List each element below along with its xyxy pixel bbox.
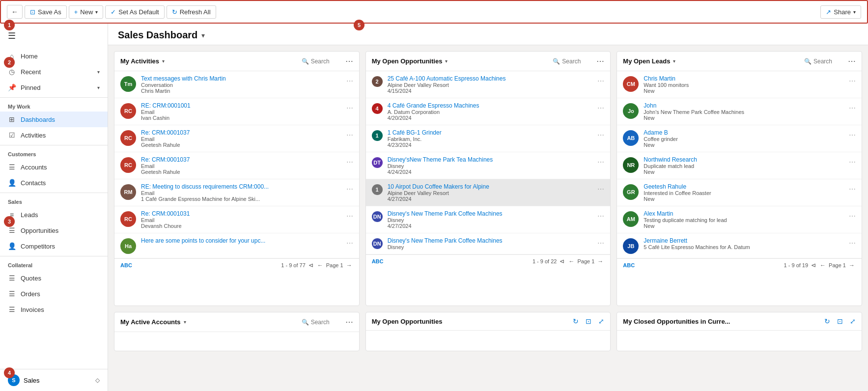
item-more-icon[interactable]: ⋯ (597, 104, 604, 112)
opp-search[interactable]: 🔍 (553, 58, 591, 65)
sidebar-item-activities[interactable]: ☑ Activities (0, 127, 108, 143)
sidebar-item-contacts[interactable]: 👤 Contacts (0, 175, 108, 191)
sidebar-item-invoices[interactable]: ☰ Invoices (0, 302, 108, 317)
export-icon[interactable]: ⊡ (837, 317, 843, 325)
lead-item-1[interactable]: CM Chris Martin Want 100 monitors New ⋯ (617, 71, 862, 98)
leads-more-icon[interactable]: ⋯ (848, 56, 856, 66)
my-activities-chevron-icon[interactable]: ▾ (162, 58, 165, 64)
item-more-icon[interactable]: ⋯ (849, 77, 856, 85)
activity-item-6[interactable]: RC Re: CRM:0001031 Email Devansh Choure … (114, 206, 359, 233)
item-more-icon[interactable]: ⋯ (849, 212, 856, 220)
leads-search[interactable]: 🔍 (804, 58, 843, 65)
sidebar-bottom-area[interactable]: S Sales ◇ (0, 369, 108, 391)
item-more-icon[interactable]: ⋯ (849, 239, 856, 247)
title-chevron-icon[interactable]: ▾ (201, 31, 205, 39)
opp-item-5[interactable]: 1 10 Airpot Duo Coffee Makers for Alpine… (366, 179, 611, 206)
item-more-icon[interactable]: ⋯ (597, 239, 604, 247)
my-activities-more-icon[interactable]: ⋯ (345, 56, 353, 66)
pager-first-button[interactable]: ⊲ (559, 258, 565, 265)
abc-link[interactable]: ABC (623, 262, 635, 268)
item-more-icon[interactable]: ⋯ (597, 212, 604, 220)
sidebar-item-recent[interactable]: ◷ Recent ▾ (0, 64, 108, 80)
sidebar-item-quotes[interactable]: ☰ Quotes (0, 270, 108, 286)
opp-item-4[interactable]: DT Disney'sNew Theme Park Tea Machines D… (366, 152, 611, 179)
sidebar-item-pinned[interactable]: 📌 Pinned ▾ (0, 80, 108, 95)
share-button[interactable]: ↗ Share ▾ (820, 5, 861, 19)
item-more-icon[interactable]: ⋯ (849, 131, 856, 139)
item-more-icon[interactable]: ⋯ (346, 185, 353, 193)
pager-prev-button[interactable]: ← (316, 262, 324, 269)
item-more-icon[interactable]: ⋯ (346, 77, 353, 85)
lead-item-5[interactable]: GR Geetesh Rahule Interested in Coffee R… (617, 179, 862, 206)
lead-item-7[interactable]: JB Jermaine Berrett 5 Café Lite Espresso… (617, 233, 862, 258)
pager: 1 - 9 of 22 ⊲ ← Page 1 → (532, 258, 604, 265)
pager-next-button[interactable]: → (848, 262, 856, 269)
item-more-icon[interactable]: ⋯ (597, 158, 604, 166)
opp-chevron-icon[interactable]: ▾ (445, 58, 448, 64)
opp-item-3[interactable]: 1 1 Café BG-1 Grinder Fabrikam, Inc. 4/2… (366, 125, 611, 152)
item-more-icon[interactable]: ⋯ (597, 77, 604, 85)
pager-first-button[interactable]: ⊲ (810, 262, 817, 269)
lead-item-2[interactable]: Jo John John's New Theme Park Coffee Mac… (617, 98, 862, 125)
pager-first-button[interactable]: ⊲ (308, 262, 314, 269)
pager-prev-button[interactable]: ← (819, 262, 827, 269)
active-accounts-search-input[interactable] (311, 319, 340, 326)
lead-item-4[interactable]: NR Northwind Research Duplicate match le… (617, 152, 862, 179)
refresh-icon[interactable]: ↻ (824, 317, 830, 325)
expand-icon[interactable]: ⤢ (598, 317, 604, 325)
export-icon[interactable]: ⊡ (586, 317, 591, 325)
opp-item-1[interactable]: 2 25 Café A-100 Automatic Espresso Machi… (366, 71, 611, 98)
sidebar-item-competitors[interactable]: 👤 Competitors (0, 238, 108, 254)
pager-prev-button[interactable]: ← (567, 258, 575, 265)
active-accounts-search[interactable]: 🔍 (302, 319, 340, 326)
item-more-icon[interactable]: ⋯ (849, 158, 856, 166)
opp-item-2[interactable]: 4 4 Café Grande Espresso Machines A. Dat… (366, 98, 611, 125)
sidebar-item-orders[interactable]: ☰ Orders (0, 286, 108, 302)
item-more-icon[interactable]: ⋯ (849, 185, 856, 193)
sidebar-item-dashboards[interactable]: ⊞ Dashboards (0, 112, 108, 127)
sidebar-item-home[interactable]: ⌂ Home (0, 48, 108, 64)
opp-item-7[interactable]: DN Disney's New Theme Park Coffee Machin… (366, 233, 611, 254)
activity-item-3[interactable]: RC Re: CRM:0001037 Email Geetesh Rahule … (114, 125, 359, 152)
pager-next-button[interactable]: → (345, 262, 353, 269)
sidebar-item-opportunities[interactable]: ☰ Opportunities (0, 223, 108, 238)
item-more-icon[interactable]: ⋯ (597, 185, 604, 193)
my-activities-search-input[interactable] (311, 58, 340, 65)
pager-next-button[interactable]: → (596, 258, 604, 265)
activity-item-5[interactable]: RM RE: Meeting to discuss requirements C… (114, 179, 359, 206)
item-more-icon[interactable]: ⋯ (346, 104, 353, 112)
sidebar-item-accounts[interactable]: ☰ Accounts (0, 159, 108, 175)
activity-item-2[interactable]: RC RE: CRM:0001001 Email Ivan Cashin ⋯ (114, 98, 359, 125)
active-accounts-more-icon[interactable]: ⋯ (345, 317, 353, 327)
active-accounts-chevron-icon[interactable]: ▾ (184, 319, 186, 325)
activity-item-7[interactable]: Ha Here are some points to consider for … (114, 233, 359, 258)
my-activities-search[interactable]: 🔍 (302, 58, 340, 65)
item-sub2: New (644, 115, 844, 121)
abc-link[interactable]: ABC (120, 262, 132, 268)
activity-item-4[interactable]: RC Re: CRM:0001037 Email Geetesh Rahule … (114, 152, 359, 179)
hamburger-button[interactable]: ☰ (0, 24, 108, 48)
set-as-default-button[interactable]: ✓ Set As Default (105, 5, 164, 19)
item-more-icon[interactable]: ⋯ (849, 104, 856, 112)
refresh-icon[interactable]: ↻ (573, 317, 579, 325)
refresh-all-button[interactable]: ↻ Refresh All (167, 5, 216, 19)
item-more-icon[interactable]: ⋯ (597, 131, 604, 139)
back-button[interactable]: ← (7, 5, 23, 19)
opp-more-icon[interactable]: ⋯ (596, 56, 604, 66)
leads-search-input[interactable] (813, 58, 843, 65)
new-button[interactable]: + New ▾ (69, 5, 104, 19)
item-more-icon[interactable]: ⋯ (346, 158, 353, 166)
abc-link[interactable]: ABC (372, 258, 384, 264)
item-more-icon[interactable]: ⋯ (346, 239, 353, 247)
sidebar-item-leads[interactable]: ≡ Leads (0, 207, 108, 223)
save-as-button[interactable]: ⊡ Save As (25, 5, 67, 19)
opp-search-input[interactable] (562, 58, 591, 65)
opp-item-6[interactable]: DN Disney's New Theme Park Coffee Machin… (366, 206, 611, 233)
activity-item-1[interactable]: Tm Text messages with Chris Martin Conve… (114, 71, 359, 98)
item-more-icon[interactable]: ⋯ (346, 131, 353, 139)
leads-chevron-icon[interactable]: ▾ (673, 58, 675, 64)
expand-icon[interactable]: ⤢ (850, 317, 856, 325)
item-more-icon[interactable]: ⋯ (346, 212, 353, 220)
lead-item-6[interactable]: AM Alex Martin Testing duplicate matchin… (617, 206, 862, 233)
lead-item-3[interactable]: AB Adame B Coffee grinder New ⋯ (617, 125, 862, 152)
